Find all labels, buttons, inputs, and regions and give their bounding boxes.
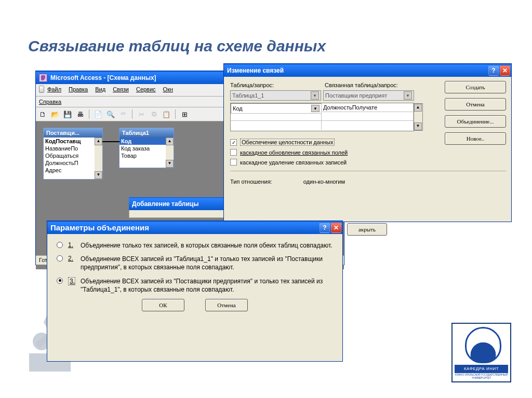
radio-opt2[interactable] — [57, 255, 63, 262]
addtable-title-text: Добавление таблицы — [132, 200, 198, 208]
menu-view[interactable]: Вид — [95, 86, 105, 92]
label-opt1-text: Объединение только тех записей, в которы… — [81, 241, 333, 250]
add-table-icon[interactable]: ⊞ — [180, 109, 189, 119]
scrollbar[interactable]: ▲ ▼ — [166, 138, 174, 168]
scroll-up-icon[interactable]: ▲ — [414, 104, 422, 112]
create-button[interactable]: Создать — [445, 81, 506, 93]
empty-cell[interactable] — [231, 121, 322, 130]
cancel-button[interactable]: Отмена — [205, 299, 248, 311]
cut-icon: ✂ — [137, 109, 146, 119]
empty-cell[interactable] — [231, 112, 322, 121]
checkbox-cascade-update[interactable] — [230, 149, 237, 156]
chevron-down-icon[interactable]: ▼ — [404, 91, 412, 100]
ok-button[interactable]: ОК — [142, 299, 184, 311]
fieldlist-table1-title: Таблица1 — [119, 128, 174, 138]
field-right-value: ДолжностьПолучате — [323, 104, 377, 111]
combo-table[interactable]: Таблица1_1 ▼ — [230, 90, 321, 101]
value-reltype: один-ко-многим — [303, 179, 345, 185]
scroll-down-icon[interactable]: ▼ — [414, 122, 422, 130]
addtable-close-button[interactable]: акрыть — [347, 223, 387, 236]
dept-logo: КАФЕДРА ИНИТ ЮЖНО-УРАЛЬСКИЙ ГОСУДАРСТВЕН… — [451, 323, 511, 382]
status-text: Гот — [39, 257, 47, 263]
cancel-button[interactable]: Отмена — [445, 98, 506, 111]
scroll-up-icon[interactable]: ▲ — [95, 138, 102, 145]
combo-related-value: Поставщики предприят — [325, 92, 387, 99]
help-button[interactable]: ? — [488, 65, 499, 76]
combo-related-table[interactable]: Поставщики предприят ▼ — [323, 90, 414, 101]
edit-relations-dialog: Изменение связей ? ✕ Таблица/запрос: Свя… — [223, 63, 512, 222]
editrel-title-text: Изменение связей — [227, 67, 284, 74]
addtable-dialog: Добавление таблицы — [129, 197, 225, 218]
menu-help[interactable]: Справка — [39, 99, 61, 105]
menu-edit[interactable]: Правка — [69, 86, 88, 92]
empty-cell[interactable] — [322, 112, 414, 121]
addtable-titlebar: Добавление таблицы — [129, 197, 225, 210]
menu-file[interactable]: Файл — [47, 86, 61, 92]
toolbar-separator — [132, 109, 132, 119]
print-preview-icon: 📄 — [94, 109, 103, 119]
new-button[interactable]: Новое.. — [445, 132, 506, 145]
toolbar-separator — [175, 109, 176, 119]
fieldlist-table1[interactable]: Таблица1 Код Код заказа Товар ▲ ▼ — [119, 128, 174, 168]
label-cascade-delete: каскадное удаление связанных записей — [240, 159, 347, 166]
label-opt2-text: Объединение ВСЕХ записей из "Таблица1_1"… — [81, 255, 333, 271]
scrollbar[interactable]: ▲ ▼ — [414, 103, 423, 131]
radio-opt3[interactable] — [57, 278, 63, 284]
save-icon[interactable]: 💾 — [63, 109, 72, 119]
spellcheck-icon: ᵃᵇ — [118, 109, 128, 119]
field-mapping-grid[interactable]: Код ▼ ДолжностьПолучате ▲ ▼ — [230, 103, 414, 131]
label-opt3-text: Объединение ВСЕХ записей из "Поставщики … — [81, 277, 333, 294]
menu-tools[interactable]: Сервис — [136, 86, 156, 92]
paste-icon: 📋 — [162, 109, 171, 119]
field-item[interactable]: КодПоставщ — [44, 138, 102, 145]
label-opt1-num: 1. — [68, 241, 75, 249]
access-title-text: Microsoft Access - [Схема данных] — [50, 74, 156, 81]
label-opt2-num: 2. — [68, 255, 75, 262]
help-button[interactable]: ? — [320, 223, 330, 233]
joinopts-titlebar: Параметры объединения ? ✕ — [47, 221, 342, 234]
chevron-down-icon[interactable]: ▼ — [311, 105, 320, 112]
radio-opt1[interactable] — [57, 242, 63, 248]
close-button[interactable]: ✕ — [331, 223, 341, 233]
label-related-table: Связанная таблица/запрос: — [325, 82, 413, 88]
checkbox-integrity[interactable]: ✓ — [230, 139, 237, 146]
print-icon[interactable]: 🖶 — [75, 109, 85, 119]
empty-cell[interactable] — [322, 121, 414, 130]
fieldlist-suppliers-title: Поставщи... — [44, 128, 102, 138]
label-integrity: Обеспечение целостности данных — [240, 139, 335, 146]
menu-window[interactable]: Окн — [163, 86, 173, 92]
copy-icon: ⧉ — [149, 109, 158, 119]
toolbar-separator — [89, 109, 89, 119]
scroll-up-icon[interactable]: ▲ — [166, 138, 174, 145]
menu-anchor-icon — [39, 86, 44, 93]
field-right-cell[interactable]: ДолжностьПолучате — [322, 103, 414, 112]
checkbox-cascade-delete[interactable] — [230, 159, 237, 166]
menu-relations[interactable]: Связи — [113, 86, 129, 92]
field-item[interactable]: Обращаться — [44, 152, 102, 159]
scrollbar[interactable]: ▲ ▼ — [95, 138, 102, 179]
fieldlist-suppliers[interactable]: Поставщи... КодПоставщ НазваниеПо Обраща… — [43, 128, 103, 180]
field-item[interactable]: ДолжностьП — [44, 159, 102, 167]
join-button[interactable]: Объединение... — [445, 115, 506, 128]
close-button[interactable]: ✕ — [500, 65, 510, 76]
label-cascade-update: каскадное обновление связанных полей — [240, 149, 348, 156]
label-opt3-num: 3. — [68, 277, 75, 285]
join-options-dialog: Параметры объединения ? ✕ 1. Объединение… — [47, 221, 343, 362]
joinopts-title-text: Параметры объединения — [50, 223, 149, 232]
editrel-titlebar: Изменение связей ? ✕ — [224, 64, 511, 77]
scroll-down-icon[interactable]: ▼ — [166, 160, 174, 168]
find-icon: 🔍 — [106, 109, 115, 119]
field-item[interactable]: Адрес — [44, 167, 102, 174]
chevron-down-icon[interactable]: ▼ — [311, 91, 319, 100]
scroll-down-icon[interactable]: ▼ — [95, 171, 102, 179]
slide-title: Связывание таблиц на схеме данных — [28, 37, 326, 55]
open-file-icon[interactable]: 📂 — [50, 109, 60, 119]
logo-band-text: КАФЕДРА ИНИТ — [455, 365, 508, 373]
field-item[interactable]: НазваниеПо — [44, 145, 102, 152]
access-app-icon — [39, 74, 47, 82]
label-table-query: Таблица/запрос: — [230, 82, 318, 88]
field-left-value: Код — [233, 105, 243, 112]
new-file-icon[interactable]: 🗋 — [38, 109, 47, 119]
combo-table-value: Таблица1_1 — [232, 92, 264, 99]
logo-sub-text: ЮЖНО-УРАЛЬСКИЙ ГОСУДАРСТВЕННЫЙ УНИВЕРСИТ… — [453, 373, 510, 379]
